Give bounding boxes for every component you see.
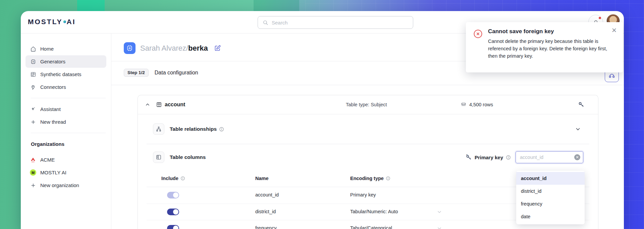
home-icon — [30, 46, 36, 52]
key-icon[interactable] — [578, 101, 585, 108]
sidebar-item-label: Synthetic datasets — [40, 71, 82, 77]
encoding-type-value[interactable]: Tabular/Numeric: Auto — [350, 209, 398, 214]
breadcrumb-project: berka — [188, 44, 208, 52]
include-toggle[interactable] — [167, 192, 179, 198]
svg-text:AI: AI — [32, 61, 34, 63]
svg-text:AI: AI — [128, 47, 131, 49]
column-header-name: Name — [255, 176, 269, 181]
divider — [31, 133, 106, 133]
sidebar-item-label: Home — [40, 46, 54, 52]
toast-title: Cannot save foreign key — [488, 28, 615, 35]
breadcrumb: AI Sarah Alvarez/berka — [124, 42, 221, 54]
sidebar-item-mostly-ai[interactable]: MMOSTLY AI — [25, 166, 106, 179]
info-icon[interactable] — [506, 155, 511, 160]
relationships-icon — [153, 123, 164, 135]
sidebar-item-acme[interactable]: acmeACME — [25, 154, 106, 166]
column-name: district_id — [255, 209, 276, 214]
step-badge: Step 1/2 — [124, 69, 149, 77]
encoding-type-value: Primary key — [350, 192, 376, 197]
table-relationships-row[interactable]: Table relationships — [138, 114, 598, 144]
notification-dot — [598, 16, 602, 20]
dropdown-option-frequency[interactable]: frequency — [516, 197, 585, 210]
column-name: frequency — [255, 225, 277, 229]
info-icon[interactable] — [386, 176, 390, 181]
divider — [111, 85, 624, 85]
edit-name-icon[interactable] — [214, 45, 221, 52]
svg-text:acme: acme — [32, 161, 35, 163]
column-header-include: Include — [161, 176, 185, 181]
breadcrumb-owner[interactable]: Sarah Alvarez/ — [140, 44, 188, 52]
toggle-knob — [173, 192, 178, 198]
plus-icon — [30, 182, 36, 188]
info-icon[interactable] — [180, 176, 185, 181]
dropdown-option-account_id[interactable]: account_id — [516, 172, 585, 185]
clear-primary-key-icon[interactable]: ✕ — [574, 154, 580, 160]
error-icon — [473, 29, 483, 39]
columns-icon — [153, 152, 164, 163]
sidebar-item-label: Connectors — [40, 84, 66, 90]
sidebar-item-label: New thread — [40, 119, 66, 125]
include-toggle[interactable] — [167, 225, 179, 229]
table-name: account — [165, 102, 185, 108]
generators-icon: AI — [30, 58, 36, 65]
acme-logo: acme — [30, 157, 36, 163]
plus-icon — [30, 119, 36, 125]
synthetic-datasets-icon — [30, 71, 36, 77]
table-relationships-label: Table relationships — [170, 126, 217, 132]
sidebar-item-new-thread[interactable]: New thread — [25, 116, 106, 128]
sidebar-item-label: Generators — [40, 59, 65, 64]
primary-key-input[interactable] — [516, 151, 583, 163]
table-icon — [156, 102, 162, 108]
chevron-down-icon[interactable] — [436, 225, 442, 229]
logo: MOSTLYAI — [28, 18, 76, 26]
sidebar-item-synthetic-datasets[interactable]: Synthetic datasets — [25, 68, 106, 80]
sidebar-item-label: MOSTLY AI — [40, 170, 66, 175]
mostly-ai-logo: M — [30, 169, 36, 176]
close-icon[interactable]: ✕ — [610, 26, 618, 34]
sidebar-item-new-organization[interactable]: New organization — [25, 179, 106, 191]
dropdown-option-district_id[interactable]: district_id — [516, 185, 585, 197]
search-icon — [263, 20, 268, 25]
toast-message: Cannot delete the primary key because th… — [488, 38, 611, 60]
assistant-icon — [30, 106, 36, 112]
rows-icon — [461, 102, 467, 108]
toggle-knob — [173, 209, 178, 215]
sidebar-item-generators[interactable]: AIGenerators — [25, 55, 106, 68]
row-count: 4,500 rows — [469, 102, 493, 107]
table-type-label: Table type: Subject — [346, 102, 387, 107]
sidebar-item-connectors[interactable]: Connectors — [25, 81, 106, 93]
table-columns-label: Table columns — [170, 154, 206, 160]
toast-error: Cannot save foreign key Cannot delete th… — [466, 22, 623, 72]
chevron-down-icon[interactable] — [575, 126, 581, 132]
sidebar-item-label: Assistant — [40, 106, 61, 112]
logo-dot — [63, 20, 66, 23]
connectors-icon — [30, 84, 36, 90]
svg-text:P: P — [466, 154, 467, 156]
generator-icon: AI — [124, 42, 136, 54]
toggle-knob — [173, 226, 178, 229]
primary-key-icon: P — [466, 154, 472, 161]
sidebar: HomeAIGeneratorsSynthetic datasetsConnec… — [21, 34, 111, 229]
search-box[interactable] — [258, 16, 413, 29]
encoding-type-value[interactable]: Tabular/Categorical — [350, 225, 392, 229]
column-name: account_id — [255, 192, 279, 197]
search-input[interactable] — [272, 20, 408, 25]
sidebar-item-label: ACME — [40, 157, 55, 163]
primary-key-dropdown: account_iddistrict_idfrequencydate — [516, 171, 585, 224]
include-toggle[interactable] — [167, 209, 179, 215]
table-card-account: account Table type: Subject 4,500 rows — [138, 95, 598, 229]
sidebar-item-label: New organization — [40, 182, 79, 188]
divider — [31, 98, 106, 98]
table-columns-row: Table columns P Primary key ✕ — [138, 144, 598, 170]
chevron-up-icon[interactable] — [145, 102, 151, 108]
info-icon[interactable] — [219, 127, 224, 132]
sidebar-item-home[interactable]: Home — [25, 43, 106, 55]
column-header-encoding-type: Encoding type — [350, 176, 390, 181]
step-title: Data configuration — [155, 70, 198, 76]
primary-key-label: Primary key — [475, 155, 503, 160]
dropdown-option-date[interactable]: date — [516, 210, 585, 223]
sidebar-item-assistant[interactable]: Assistant — [25, 103, 106, 115]
background-accent-block — [77, 0, 105, 11]
chevron-down-icon[interactable] — [436, 209, 442, 215]
organizations-heading: Organizations — [31, 141, 111, 147]
